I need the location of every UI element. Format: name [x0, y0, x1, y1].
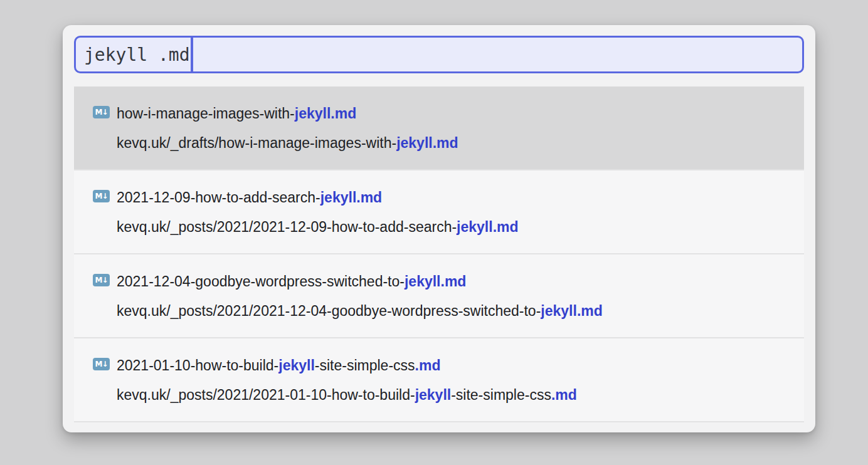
text-segment: -site-simple-css	[315, 357, 415, 374]
match-highlight-segment: .md	[493, 219, 519, 235]
text-segment: kevq.uk/_drafts/how-i-manage-images-with…	[117, 135, 396, 151]
match-highlight-segment: .md	[441, 273, 467, 290]
match-highlight-segment: jekyll	[278, 357, 315, 374]
text-segment: 2021-01-10-how-to-build-	[117, 357, 278, 374]
text-segment: 2021-12-04-goodbye-wordpress-switched-to…	[117, 273, 405, 290]
match-highlight-segment: .md	[551, 387, 577, 403]
text-segment: kevq.uk/_posts/2021/2021-01-10-how-to-bu…	[117, 387, 415, 403]
text-segment: kevq.uk/_posts/2021/2021-12-09-how-to-ad…	[117, 219, 457, 235]
result-path: kevq.uk/_posts/2021/2021-12-09-how-to-ad…	[117, 217, 798, 236]
markdown-file-icon: M↓	[93, 358, 110, 370]
text-segment: 2021-12-09-how-to-add-search-	[117, 189, 320, 206]
result-row-2[interactable]: M↓2021-12-09-how-to-add-search-jekyll.md…	[74, 170, 804, 254]
result-row-1[interactable]: M↓how-i-manage-images-with-jekyll.mdkevq…	[74, 86, 804, 170]
match-highlight-segment: jekyll	[295, 105, 331, 122]
result-path: kevq.uk/_drafts/how-i-manage-images-with…	[117, 133, 798, 152]
result-filename: 2021-12-09-how-to-add-search-jekyll.md	[117, 188, 798, 207]
result-path: kevq.uk/_posts/2021/2021-12-04-goodbye-w…	[117, 301, 798, 320]
result-filename: 2021-12-04-goodbye-wordpress-switched-to…	[117, 272, 798, 291]
match-highlight-segment: jekyll	[396, 135, 433, 151]
result-row-3[interactable]: M↓2021-12-04-goodbye-wordpress-switched-…	[74, 254, 804, 338]
result-filename: how-i-manage-images-with-jekyll.md	[117, 104, 798, 123]
result-filename: 2021-01-10-how-to-build-jekyll-site-simp…	[117, 356, 798, 375]
match-highlight-segment: .md	[433, 135, 458, 151]
match-highlight-segment: jekyll	[320, 189, 357, 206]
search-query-text: jekyll .md	[84, 44, 190, 65]
match-highlight-segment: jekyll	[457, 219, 493, 235]
text-caret	[191, 38, 193, 71]
match-highlight-segment: .md	[415, 357, 441, 374]
text-segment: -site-simple-css	[451, 387, 551, 403]
match-highlight-segment: jekyll	[541, 303, 577, 319]
search-panel: jekyll .md M↓how-i-manage-images-with-je…	[63, 25, 815, 432]
markdown-file-icon: M↓	[93, 106, 110, 118]
text-segment: kevq.uk/_posts/2021/2021-12-04-goodbye-w…	[117, 303, 541, 319]
result-row-4[interactable]: M↓2021-01-10-how-to-build-jekyll-site-si…	[74, 338, 804, 422]
match-highlight-segment: jekyll	[415, 387, 452, 403]
markdown-file-icon: M↓	[93, 274, 110, 286]
search-input[interactable]: jekyll .md	[74, 36, 804, 73]
match-highlight-segment: .md	[356, 189, 382, 206]
text-segment: how-i-manage-images-with-	[117, 105, 295, 122]
match-highlight-segment: .md	[577, 303, 603, 319]
match-highlight-segment: jekyll	[405, 273, 441, 290]
results-list: M↓how-i-manage-images-with-jekyll.mdkevq…	[74, 86, 804, 422]
match-highlight-segment: .md	[331, 105, 356, 122]
result-path: kevq.uk/_posts/2021/2021-01-10-how-to-bu…	[117, 385, 798, 404]
markdown-file-icon: M↓	[93, 190, 110, 202]
